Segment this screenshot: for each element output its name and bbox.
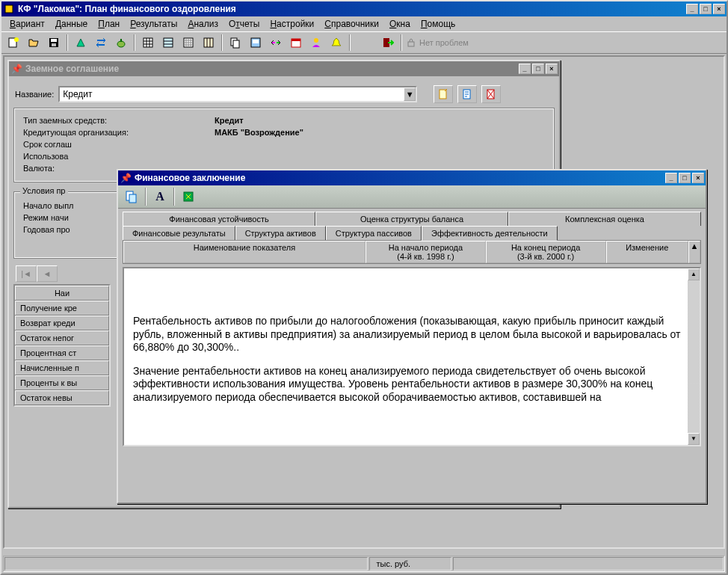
dt-row-4[interactable]: Начисленные п: [15, 360, 109, 375]
maximize-button[interactable]: □: [700, 4, 712, 14]
transfer-icon[interactable]: [267, 34, 285, 52]
dt-row-2[interactable]: Остаток непог: [15, 330, 109, 345]
status-cell-units: тыс. руб.: [369, 557, 451, 571]
col-start[interactable]: На начало периода (4-й кв. 1998 г.): [365, 241, 486, 263]
dt-row-1[interactable]: Возврат креди: [15, 316, 109, 330]
cond-row-0: Начало выпл: [23, 201, 74, 210]
col-name[interactable]: Наименование показателя: [123, 241, 365, 263]
menu-windows[interactable]: Окна: [384, 18, 416, 30]
status-text: Нет проблем: [419, 38, 469, 47]
col-end[interactable]: На конец периода (3-й кв. 2000 г.): [486, 241, 606, 263]
svg-point-6: [117, 41, 125, 47]
tab-balance-struct[interactable]: Оценка структуры баланса: [315, 212, 508, 226]
menu-data[interactable]: Данные: [50, 18, 93, 30]
dt-row-3[interactable]: Процентная ст: [15, 345, 109, 360]
grid1-icon[interactable]: [139, 34, 157, 52]
menu-reports[interactable]: Отчеты: [223, 18, 265, 30]
save-icon[interactable]: [45, 34, 63, 52]
fin-title: Финансовое заключение: [135, 173, 665, 183]
wizard-icon[interactable]: [72, 34, 90, 52]
loan-titlebar[interactable]: 📌 Заемное соглашение _ □ ×: [9, 61, 559, 76]
pin-icon: 📌: [10, 63, 22, 75]
dropdown-icon[interactable]: ▼: [404, 87, 416, 101]
tab-liab-struct[interactable]: Структура пассивов: [326, 226, 422, 240]
edit-doc-icon[interactable]: [457, 85, 477, 103]
name-input[interactable]: [60, 87, 404, 101]
main-titlebar[interactable]: КФ "Лакомка": План финансового оздоровле…: [1, 1, 727, 16]
grid2-icon[interactable]: [159, 34, 177, 52]
fin-minimize-button[interactable]: _: [665, 173, 677, 183]
cond-row-2: Годовая про: [23, 225, 70, 234]
loan-title: Заемное соглашение: [25, 64, 519, 74]
tab-fin-stability[interactable]: Финансовая устойчивость: [123, 212, 315, 226]
nav-first[interactable]: |◄: [16, 265, 37, 282]
main-window: КФ "Лакомка": План финансового оздоровле…: [0, 0, 728, 575]
col-change[interactable]: Изменение: [606, 241, 688, 263]
report-text-pane[interactable]: Рентабельность активов по прибыли до нал…: [123, 267, 701, 446]
tab-efficiency[interactable]: Эффективность деятельности: [422, 226, 558, 241]
close-button[interactable]: ×: [713, 4, 725, 14]
dt-row-5[interactable]: Проценты к вы: [15, 375, 109, 390]
new-doc-icon[interactable]: [434, 85, 453, 103]
pin-icon: 📌: [120, 172, 132, 184]
bell-icon[interactable]: [327, 34, 345, 52]
money-icon[interactable]: [112, 34, 130, 52]
exit-icon[interactable]: [379, 34, 397, 52]
type-label: Тип заемных средств:: [23, 116, 210, 125]
org-value: МАКБ "Возрождение": [215, 128, 303, 137]
open-icon[interactable]: [25, 34, 43, 52]
tab-assets-struct[interactable]: Структура активов: [235, 226, 326, 240]
svg-rect-13: [233, 40, 239, 48]
menu-help[interactable]: Помощь: [416, 18, 460, 30]
menu-settings[interactable]: Настройки: [265, 18, 319, 30]
menu-plan[interactable]: План: [93, 18, 125, 30]
fin-maximize-button[interactable]: □: [679, 173, 691, 183]
statusbar: тыс. руб.: [3, 556, 725, 572]
preview-icon[interactable]: [247, 34, 265, 52]
nav-prev[interactable]: ◄: [37, 265, 58, 282]
cond-row-1: Режим начи: [23, 213, 69, 222]
menu-variant[interactable]: Вариант: [4, 18, 50, 30]
fin-titlebar[interactable]: 📌 Финансовое заключение _ □ ×: [118, 170, 706, 185]
menu-results[interactable]: Результаты: [125, 18, 182, 30]
copy-icon[interactable]: [226, 34, 244, 52]
del-doc-icon[interactable]: [481, 85, 501, 103]
copy-to-clip-icon[interactable]: [123, 188, 141, 206]
loan-maximize-button[interactable]: □: [532, 64, 544, 74]
grid4-icon[interactable]: [200, 34, 218, 52]
status-cell-right: [453, 557, 724, 571]
org-label: Кредитующая организация:: [23, 128, 210, 137]
conditions-group-title: Условия пр: [20, 186, 68, 195]
tab-complex[interactable]: Комплексная оценка: [508, 212, 701, 226]
menu-analysis[interactable]: Анализ: [182, 18, 223, 30]
name-combo[interactable]: ▼: [58, 86, 417, 102]
fin-close-button[interactable]: ×: [692, 173, 704, 183]
export-icon[interactable]: [179, 188, 197, 206]
new-icon[interactable]: [4, 34, 22, 52]
tabs-row-1: Финансовая устойчивость Оценка структуры…: [120, 212, 704, 226]
user-icon[interactable]: [307, 34, 325, 52]
lock-icon: [406, 37, 416, 48]
scroll-track[interactable]: [688, 280, 700, 433]
svg-point-18: [314, 38, 318, 43]
svg-rect-7: [120, 39, 122, 42]
font-a-icon[interactable]: A: [151, 188, 169, 206]
dt-row-6[interactable]: Остаток невы: [15, 390, 109, 405]
scroll-up-btn[interactable]: ▲: [688, 241, 700, 263]
name-label: Название:: [15, 90, 54, 99]
scroll-down-icon[interactable]: ▼: [688, 433, 700, 445]
svg-rect-5: [52, 43, 56, 46]
loan-close-button[interactable]: ×: [546, 64, 558, 74]
tab-fin-results[interactable]: Финансовые результаты: [123, 226, 235, 240]
svg-rect-8: [144, 38, 152, 47]
loan-minimize-button[interactable]: _: [519, 64, 531, 74]
exchange-icon[interactable]: [92, 34, 110, 52]
vertical-scrollbar[interactable]: ▲ ▼: [688, 268, 700, 445]
report-paragraph-2: Значение рентабельности активов на конец…: [133, 365, 691, 405]
grid3-icon[interactable]: [179, 34, 197, 52]
scroll-up-icon[interactable]: ▲: [688, 268, 700, 280]
minimize-button[interactable]: _: [686, 4, 698, 14]
calendar-icon[interactable]: [287, 34, 305, 52]
dt-row-0[interactable]: Получение кре: [15, 301, 109, 315]
menu-reference[interactable]: Справочники: [319, 18, 384, 30]
